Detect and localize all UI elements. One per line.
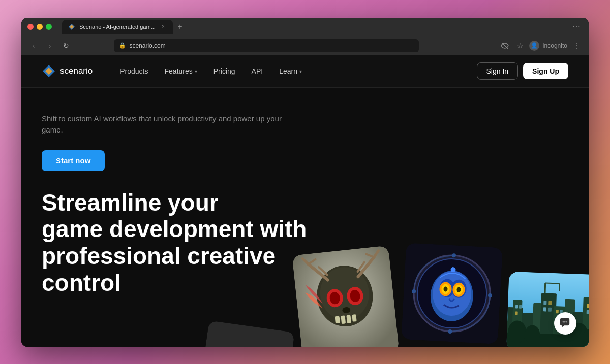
svg-rect-27 [352,314,356,322]
website: scenario Products Features ▾ Pricing API… [21,55,589,347]
hero-title-line2: game development with [42,216,307,242]
active-browser-tab[interactable]: Scenario - AI-generated gam... × [62,20,173,34]
nav-learn[interactable]: Learn ▾ [272,63,309,79]
back-button[interactable]: ‹ [27,40,40,52]
nav-products[interactable]: Products [113,63,155,79]
incognito-label: Incognito [542,42,567,49]
tab-favicon-icon [68,23,75,30]
svg-line-74 [545,283,545,293]
svg-point-80 [564,321,566,322]
nav-api[interactable]: API [245,63,270,79]
refresh-button[interactable]: ↻ [60,40,72,52]
site-nav: scenario Products Features ▾ Pricing API… [21,55,589,88]
chat-button[interactable] [554,312,576,335]
browser-titlebar: Scenario - AI-generated gam... × + ⋯ [21,18,589,36]
nav-features[interactable]: Features ▾ [158,63,204,79]
sign-in-button[interactable]: Sign In [477,62,518,80]
sign-up-button[interactable]: Sign Up [523,63,568,79]
hide-icon[interactable] [499,40,511,52]
nav-links: Products Features ▾ Pricing API Learn ▾ [113,63,476,79]
window-controls: ⋯ [570,21,583,33]
svg-rect-58 [519,305,522,308]
forward-button[interactable]: › [44,40,56,52]
chat-icon [560,318,571,329]
svg-rect-62 [543,307,546,311]
hero-title-line1: Streamline your [42,189,219,216]
svg-rect-24 [335,316,340,323]
browser-chrome: Scenario - AI-generated gam... × + ⋯ ‹ ›… [21,18,589,55]
svg-rect-5 [200,320,294,347]
svg-line-76 [559,283,560,291]
svg-rect-66 [587,304,589,308]
tab-title: Scenario - AI-generated gam... [79,24,156,30]
browser-actions: ☆ 👤 Incognito ⋮ [499,40,583,52]
learn-chevron-icon: ▾ [299,69,302,74]
svg-rect-68 [587,310,589,314]
incognito-icon: 👤 [529,41,539,51]
start-now-button[interactable]: Start now [42,150,105,171]
art-card-snake [200,320,294,347]
bookmark-icon[interactable]: ☆ [514,40,526,52]
browser-window: Scenario - AI-generated gam... × + ⋯ ‹ ›… [21,18,589,347]
svg-rect-64 [556,310,559,313]
tab-bar: Scenario - AI-generated gam... × + [62,20,566,34]
svg-rect-59 [515,311,517,315]
logo[interactable]: scenario [42,64,93,78]
svg-point-81 [566,321,567,322]
address-bar[interactable]: 🔒 scenario.com [114,39,419,52]
svg-rect-60 [543,301,546,305]
svg-rect-61 [548,301,552,305]
logo-icon [42,64,56,78]
game-art-container [208,255,589,347]
minimize-traffic-light[interactable] [37,24,43,30]
address-bar-row: ‹ › ↻ 🔒 scenario.com ☆ 👤 Incognito ⋮ [21,36,589,55]
url-text: scenario.com [129,42,165,49]
art-card-alien [401,243,503,344]
hero-subtitle: Shift to custom AI workflows that unlock… [42,113,286,136]
svg-point-79 [563,321,564,322]
logo-text: scenario [60,66,93,76]
nav-actions: Sign In Sign Up [477,62,568,80]
art-card-city [506,271,589,346]
svg-rect-63 [548,307,552,311]
tab-close-button[interactable]: × [160,23,167,30]
svg-rect-57 [515,305,518,308]
nav-pricing[interactable]: Pricing [206,63,242,79]
menu-icon[interactable]: ⋮ [570,40,583,52]
hero-section: Shift to custom AI workflows that unlock… [21,88,589,347]
close-traffic-light[interactable] [27,24,34,30]
art-card-skull [292,245,399,346]
traffic-lights [27,24,52,30]
new-tab-button[interactable]: + [173,20,187,34]
maximize-traffic-light[interactable] [46,24,52,30]
lock-icon: 🔒 [119,42,126,49]
features-chevron-icon: ▾ [195,69,197,74]
